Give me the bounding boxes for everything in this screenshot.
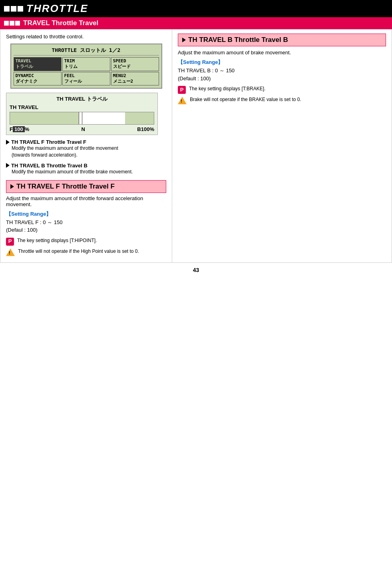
- page-title: THROTTLE: [26, 2, 88, 15]
- warning-box-b: Brake will not operate if the BRAKE valu…: [178, 96, 386, 104]
- warning-box-f: Throttle will not operate if the High Po…: [6, 248, 166, 256]
- left-column: Settings related to throttle control. TH…: [0, 30, 172, 262]
- main-layout: Settings related to throttle control. TH…: [0, 29, 392, 263]
- sub-section-b-title: TH TRAVEL B Throttle Travel B: [6, 163, 166, 169]
- th-travel-track-label: TH TRAVEL: [10, 104, 154, 110]
- triangle-icon-f-section: [10, 184, 14, 189]
- setting-range-f-label: 【Setting Range】: [6, 211, 166, 218]
- section-icon-1: [4, 21, 9, 26]
- th-travel-values: F100% N B100%: [10, 126, 154, 132]
- lcd-grid: TRAVELトラベル TRIMトリム SPEEDスピード DYNAMICダイナミ…: [14, 57, 159, 85]
- th-travel-center: [82, 112, 82, 124]
- lcd-top-line: THROTTLE スロットル 1／2: [14, 47, 159, 56]
- section-icon-2: [10, 21, 14, 26]
- warning-text-b: Brake will not operate if the BRAKE valu…: [190, 96, 301, 103]
- intro-text: Settings related to throttle control.: [6, 34, 166, 40]
- page-header: THROTTLE: [0, 0, 392, 17]
- th-travel-box-label: TH TRAVEL トラベル: [10, 95, 154, 103]
- sub-section-b-label: TH TRAVEL B Throttle Travel B: [11, 163, 88, 169]
- sub-section-f-line2: (towards forward acceleration).: [12, 152, 78, 158]
- sub-section-f-title: TH TRAVEL F Throttle Travel F: [6, 139, 166, 145]
- sub-section-b: TH TRAVEL B Throttle Travel B Modify the…: [6, 163, 166, 175]
- section-bar-icons: [4, 21, 20, 26]
- header-icons: [4, 6, 23, 12]
- sub-section-f-line1: Modify the maximum amount of throttle mo…: [12, 145, 118, 151]
- header-icon-3: [18, 6, 23, 12]
- lcd-cell-speed[interactable]: SPEEDスピード: [111, 57, 159, 71]
- th-travel-bar: [10, 112, 154, 125]
- th-travel-f-intro: Adjust the maximum amount of throttle fo…: [6, 195, 166, 207]
- lcd-screen: THROTTLE スロットル 1／2 TRAVELトラベル TRIMトリム SP…: [10, 44, 162, 89]
- info-box-b: P The key setting displays [T:BRAKE].: [178, 85, 386, 94]
- sub-section-f: TH TRAVEL F Throttle Travel F Modify the…: [6, 139, 166, 159]
- th-travel-f-section-bar: TH TRAVEL F Throttle Travel F: [6, 180, 166, 193]
- triangle-icon-f: [6, 140, 10, 145]
- section-bar: TRAVEL Throttle Travel: [0, 17, 392, 29]
- section-icon-3: [15, 21, 20, 26]
- th-travel-b-section-bar: TH TRAVEL B Throttle Travel B: [178, 34, 386, 46]
- th-travel-diagram: TH TRAVEL トラベル TH TRAVEL F100% N B100%: [6, 93, 158, 135]
- th-travel-f-label: F100%: [10, 126, 29, 132]
- setting-range-b-label: 【Setting Range】: [178, 59, 386, 66]
- lcd-cell-menu2[interactable]: MENU2メニュー2: [111, 72, 159, 86]
- setting-range-b-text: TH TRAVEL B : 0 ～ 150(Default : 100): [178, 67, 386, 82]
- th-travel-b-section-title: TH TRAVEL B Throttle Travel B: [188, 36, 288, 44]
- th-travel-n-label: N: [82, 126, 85, 132]
- sub-section-f-text: Modify the maximum amount of throttle mo…: [12, 145, 166, 159]
- p-icon-b: P: [178, 86, 186, 94]
- th-travel-f-value: 100: [13, 126, 25, 132]
- sub-section-b-line1: Modify the maximum amount of throttle br…: [12, 169, 133, 175]
- lcd-cell-trim[interactable]: TRIMトリム: [62, 57, 110, 71]
- info-box-f: P The key setting displays [T:HIPOINT].: [6, 237, 166, 246]
- lcd-cell-travel[interactable]: TRAVELトラベル: [14, 57, 62, 71]
- th-travel-bar-right: [125, 112, 154, 124]
- th-travel-bar-left: [10, 112, 79, 124]
- warning-text-f: Throttle will not operate if the High Po…: [18, 248, 139, 255]
- warn-icon-f: [6, 248, 15, 256]
- sub-section-f-label: TH TRAVEL F Throttle Travel F: [11, 139, 86, 145]
- th-travel-b-value: B100%: [137, 126, 154, 132]
- triangle-icon-b: [6, 163, 10, 168]
- warn-icon-b: [178, 97, 187, 104]
- page-number: 43: [0, 263, 392, 277]
- sub-section-b-text: Modify the maximum amount of throttle br…: [12, 169, 166, 175]
- right-column: TH TRAVEL B Throttle Travel B Adjust the…: [172, 30, 392, 262]
- header-icon-2: [11, 6, 16, 12]
- th-travel-b-intro: Adjust the maximum amount of brake movem…: [178, 50, 386, 56]
- p-note-f: The key setting displays [T:HIPOINT].: [17, 237, 97, 244]
- p-icon-f: P: [6, 238, 14, 246]
- triangle-icon-b-section: [182, 38, 186, 42]
- p-note-b: The key setting displays [T:BRAKE].: [189, 85, 265, 92]
- lcd-cell-feel[interactable]: FEELフィール: [62, 72, 110, 86]
- th-travel-f-section-title: TH TRAVEL F Throttle Travel F: [16, 183, 115, 191]
- lcd-cell-dynamic[interactable]: DYNAMICダイナミク: [14, 72, 62, 86]
- setting-range-f-text: TH TRAVEL F : 0 ～ 150(Defaul : 100): [6, 218, 166, 234]
- header-icon-1: [4, 6, 10, 12]
- section-title: TRAVEL Throttle Travel: [23, 19, 98, 27]
